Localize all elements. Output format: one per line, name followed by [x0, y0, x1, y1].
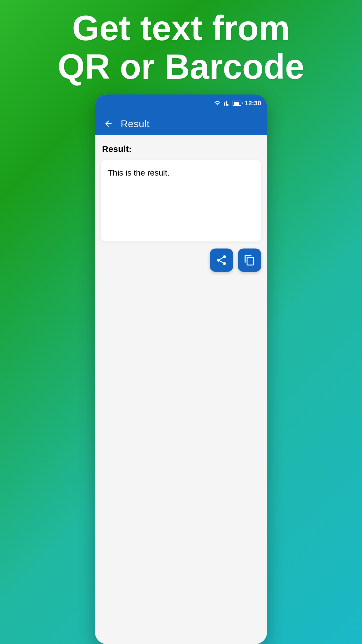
- status-time: 12:30: [245, 99, 261, 107]
- back-button[interactable]: [102, 117, 115, 130]
- header-line1: Get text from: [58, 9, 305, 47]
- app-bar: Result: [95, 112, 267, 135]
- status-icons: 12:30: [213, 99, 261, 107]
- wifi-icon: [213, 100, 222, 106]
- action-buttons: [101, 249, 261, 272]
- main-content: Result: This is the result.: [95, 135, 267, 644]
- app-bar-title: Result: [121, 118, 150, 130]
- result-text: This is the result.: [108, 167, 254, 179]
- share-icon: [216, 254, 227, 266]
- header-line2: QR or Barcode: [58, 47, 305, 86]
- share-button[interactable]: [210, 249, 233, 272]
- copy-icon: [244, 254, 255, 266]
- status-bar: 12:30: [95, 94, 267, 112]
- phone-frame: 12:30 Result Result: This is the result.: [95, 94, 267, 644]
- copy-button[interactable]: [238, 249, 261, 272]
- signal-icon: [224, 100, 230, 106]
- app-header: Get text from QR or Barcode: [40, 9, 322, 86]
- back-arrow-icon: [104, 119, 113, 128]
- result-label: Result:: [101, 144, 261, 154]
- battery-icon: [233, 101, 241, 106]
- result-box: This is the result.: [101, 160, 261, 242]
